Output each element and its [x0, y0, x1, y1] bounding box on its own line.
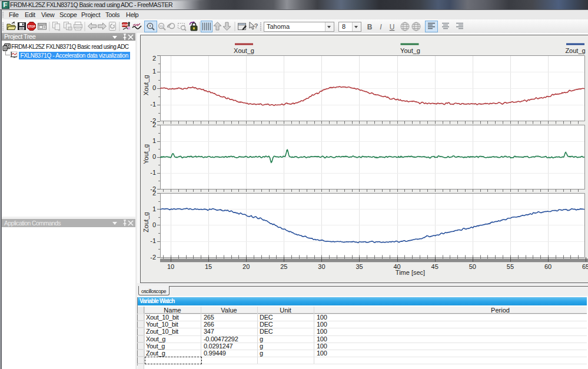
svg-text:U: U: [390, 23, 395, 31]
svg-text:0: 0: [152, 221, 156, 228]
svg-text:30: 30: [318, 263, 325, 270]
svg-text:Yout_g: Yout_g: [400, 47, 420, 54]
svg-text:20: 20: [242, 263, 250, 270]
svg-text:Xout_g: Xout_g: [142, 75, 150, 95]
svg-text:45: 45: [431, 263, 438, 270]
svg-text:-1: -1: [150, 237, 156, 244]
svg-text:-1: -1: [150, 101, 156, 108]
svg-text:-2: -2: [150, 254, 156, 261]
svg-text:35: 35: [356, 263, 363, 270]
svg-text:65: 65: [582, 263, 588, 270]
svg-text:Xout_g: Xout_g: [234, 47, 254, 54]
svg-text:1: 1: [152, 68, 156, 75]
svg-text:?: ?: [254, 22, 258, 29]
svg-text:1: 1: [152, 205, 156, 212]
svg-text:2: 2: [152, 121, 156, 128]
svg-text:B: B: [367, 23, 373, 31]
svg-text:Yout_g: Yout_g: [142, 144, 150, 164]
svg-text:50: 50: [469, 263, 476, 270]
svg-text:2: 2: [152, 55, 156, 62]
svg-text:0: 0: [152, 84, 156, 91]
svg-text:60: 60: [544, 263, 552, 270]
svg-text:STOP: STOP: [28, 25, 35, 28]
svg-text:Time [sec]: Time [sec]: [396, 269, 425, 276]
svg-text:Zout_g: Zout_g: [142, 212, 150, 232]
svg-text:I: I: [380, 23, 382, 31]
svg-text:-1: -1: [150, 169, 156, 176]
svg-text:1: 1: [152, 137, 156, 144]
svg-text:Zout_g: Zout_g: [565, 47, 585, 54]
svg-text:STOP: STOP: [122, 24, 128, 26]
svg-text:55: 55: [507, 263, 514, 270]
svg-text:15: 15: [205, 263, 212, 270]
svg-text:25: 25: [280, 263, 287, 270]
svg-text:2: 2: [152, 190, 156, 197]
svg-text:10: 10: [167, 263, 174, 270]
svg-text:0: 0: [152, 153, 156, 160]
svg-text:xy: xy: [160, 24, 163, 28]
